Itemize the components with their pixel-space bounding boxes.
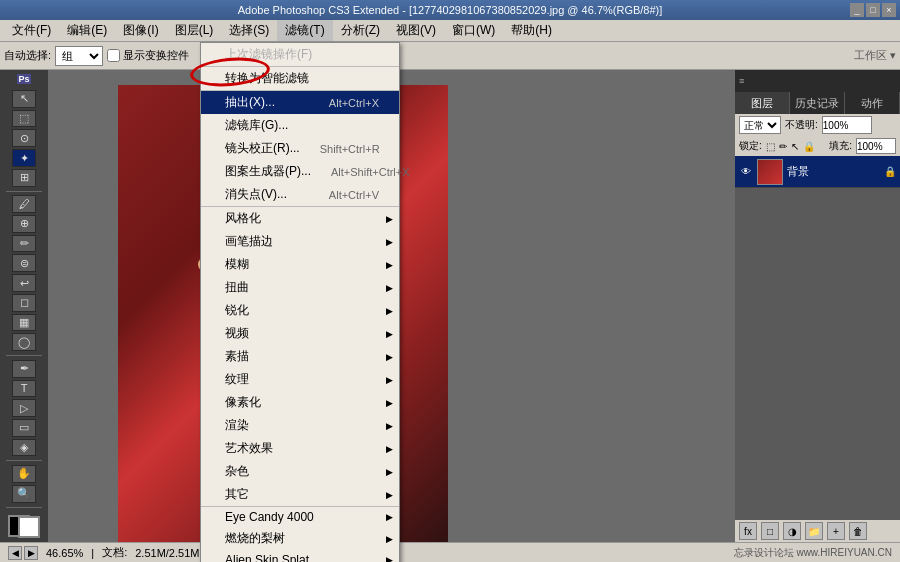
filter-texture[interactable]: 纹理 — [201, 368, 399, 391]
layer-group-button[interactable]: 📁 — [805, 522, 823, 540]
filter-vanish[interactable]: 消失点(V)... Alt+Ctrl+V — [201, 183, 399, 206]
filter-pattern-gen[interactable]: 图案生成器(P)... Alt+Shift+Ctrl+X — [201, 160, 399, 183]
right-panel-topbar: ≡ — [735, 70, 900, 92]
menu-view[interactable]: 视图(V) — [388, 20, 444, 41]
tab-actions[interactable]: 动作 — [845, 92, 900, 114]
filter-distort[interactable]: 扭曲 — [201, 276, 399, 299]
color-swatches[interactable] — [8, 515, 40, 538]
lock-transparent-icon[interactable]: ⬚ — [766, 141, 775, 152]
tool-stamp[interactable]: ⊜ — [12, 254, 36, 272]
filter-alien-splat[interactable]: Alien Skin Splat — [201, 550, 399, 562]
filter-convert-smart[interactable]: 转换为智能滤镜 — [201, 67, 399, 90]
tool-path-select[interactable]: ▷ — [12, 399, 36, 417]
filter-last-label: 上次滤镜操作(F) — [225, 46, 312, 63]
filter-noise[interactable]: 杂色 — [201, 460, 399, 483]
layer-visibility-icon[interactable]: 👁 — [739, 165, 753, 179]
status-separator: | — [91, 547, 94, 559]
filter-burn-pear[interactable]: 燃烧的梨树 — [201, 527, 399, 550]
tool-gradient[interactable]: ▦ — [12, 314, 36, 332]
tool-3d[interactable]: ◈ — [12, 439, 36, 457]
filter-lens-correct[interactable]: 镜头校正(R)... Shift+Ctrl+R — [201, 137, 399, 160]
layer-delete-button[interactable]: 🗑 — [849, 522, 867, 540]
filter-lens-correct-label: 镜头校正(R)... — [225, 140, 300, 157]
tool-lasso[interactable]: ⊙ — [12, 129, 36, 147]
filter-render[interactable]: 渲染 — [201, 414, 399, 437]
filter-pattern-gen-label: 图案生成器(P)... — [225, 163, 311, 180]
lock-move-icon[interactable]: ↖ — [791, 141, 799, 152]
tool-selection[interactable]: ⬚ — [12, 110, 36, 128]
doc-size: 2.51M/2.51M — [135, 547, 199, 559]
tool-hand[interactable]: ✋ — [12, 465, 36, 483]
tool-eyedropper[interactable]: 🖊 — [12, 195, 36, 213]
filter-brush[interactable]: 画笔描边 — [201, 230, 399, 253]
nav-prev-button[interactable]: ◀ — [8, 546, 22, 560]
tool-heal[interactable]: ⊕ — [12, 215, 36, 233]
options-bar: 自动选择: 组 图层 显示变换控件 工作区 ▾ — [0, 42, 900, 70]
tool-pen[interactable]: ✒ — [12, 360, 36, 378]
minimize-button[interactable]: _ — [850, 3, 864, 17]
tool-brush[interactable]: ✏ — [12, 235, 36, 253]
layer-item-background[interactable]: 👁 背景 🔒 — [735, 156, 900, 188]
title-bar: Adobe Photoshop CS3 Extended - [12774029… — [0, 0, 900, 20]
show-transform-checkbox[interactable] — [107, 49, 120, 62]
filter-gallery[interactable]: 滤镜库(G)... — [201, 114, 399, 137]
menu-window[interactable]: 窗口(W) — [444, 20, 503, 41]
tool-dodge[interactable]: ◯ — [12, 333, 36, 351]
lock-paint-icon[interactable]: ✏ — [779, 141, 787, 152]
filter-pixelate[interactable]: 像素化 — [201, 391, 399, 414]
maximize-button[interactable]: □ — [866, 3, 880, 17]
menu-layer[interactable]: 图层(L) — [167, 20, 222, 41]
filter-dropdown-menu: 上次滤镜操作(F) 转换为智能滤镜 抽出(X)... Alt+Ctrl+X 滤镜… — [200, 42, 400, 562]
filter-stylize[interactable]: 风格化 — [201, 207, 399, 230]
doc-label: 文档: — [102, 545, 127, 560]
tool-shape[interactable]: ▭ — [12, 419, 36, 437]
right-panel: ≡ 图层 历史记录 动作 正常 不透明: 锁定 — [735, 70, 900, 542]
filter-eye-candy[interactable]: Eye Candy 4000 — [201, 507, 399, 527]
nav-next-button[interactable]: ▶ — [24, 546, 38, 560]
tool-zoom[interactable]: 🔍 — [12, 485, 36, 503]
filter-pattern-shortcut: Alt+Shift+Ctrl+X — [311, 166, 410, 178]
menu-edit[interactable]: 编辑(E) — [59, 20, 115, 41]
filter-last[interactable]: 上次滤镜操作(F) — [201, 43, 399, 66]
tool-eraser[interactable]: ◻ — [12, 294, 36, 312]
menu-filter[interactable]: 滤镜(T) — [277, 20, 332, 41]
menu-image[interactable]: 图像(I) — [115, 20, 166, 41]
layer-style-button[interactable]: fx — [739, 522, 757, 540]
layer-new-button[interactable]: + — [827, 522, 845, 540]
status-bar: ◀ ▶ 46.65% | 文档: 2.51M/2.51M 忘录设计论坛 www.… — [0, 542, 900, 562]
layers-bottom-bar: fx □ ◑ 📁 + 🗑 — [735, 520, 900, 542]
main-layout: Ps ↖ ⬚ ⊙ ✦ ⊞ 🖊 ⊕ ✏ ⊜ ↩ ◻ ▦ ◯ ✒ T ▷ ▭ ◈ ✋… — [0, 70, 900, 542]
filter-video[interactable]: 视频 — [201, 322, 399, 345]
menu-analysis[interactable]: 分析(Z) — [333, 20, 388, 41]
tab-actions-label: 动作 — [861, 96, 883, 111]
tab-layers[interactable]: 图层 — [735, 92, 790, 114]
filter-sharpen[interactable]: 锐化 — [201, 299, 399, 322]
tab-history[interactable]: 历史记录 — [790, 92, 845, 114]
background-color[interactable] — [18, 516, 40, 538]
tool-history-brush[interactable]: ↩ — [12, 274, 36, 292]
opacity-input[interactable] — [822, 116, 872, 134]
menu-file[interactable]: 文件(F) — [4, 20, 59, 41]
tool-magic-wand[interactable]: ✦ — [12, 149, 36, 167]
layer-adjustment-button[interactable]: ◑ — [783, 522, 801, 540]
layer-mask-button[interactable]: □ — [761, 522, 779, 540]
menu-select[interactable]: 选择(S) — [221, 20, 277, 41]
auto-select-dropdown[interactable]: 组 图层 — [55, 46, 103, 66]
blend-mode-select[interactable]: 正常 — [739, 116, 781, 134]
toolbar-separator-1 — [6, 191, 42, 192]
tool-type[interactable]: T — [12, 380, 36, 398]
close-button[interactable]: × — [882, 3, 896, 17]
filter-extract[interactable]: 抽出(X)... Alt+Ctrl+X — [201, 91, 399, 114]
menu-help[interactable]: 帮助(H) — [503, 20, 560, 41]
tool-crop[interactable]: ⊞ — [12, 169, 36, 187]
filter-sketch[interactable]: 素描 — [201, 345, 399, 368]
lock-all-icon[interactable]: 🔒 — [803, 141, 815, 152]
left-toolbar: Ps ↖ ⬚ ⊙ ✦ ⊞ 🖊 ⊕ ✏ ⊜ ↩ ◻ ▦ ◯ ✒ T ▷ ▭ ◈ ✋… — [0, 70, 48, 542]
filter-art[interactable]: 艺术效果 — [201, 437, 399, 460]
tool-move[interactable]: ↖ — [12, 90, 36, 108]
fill-input[interactable] — [856, 138, 896, 154]
filter-blur[interactable]: 模糊 — [201, 253, 399, 276]
panel-expand-icon[interactable]: ≡ — [739, 76, 744, 86]
layers-panel: 正常 不透明: 锁定: ⬚ ✏ ↖ 🔒 填充: 👁 背景 — [735, 114, 900, 542]
filter-other[interactable]: 其它 — [201, 483, 399, 506]
